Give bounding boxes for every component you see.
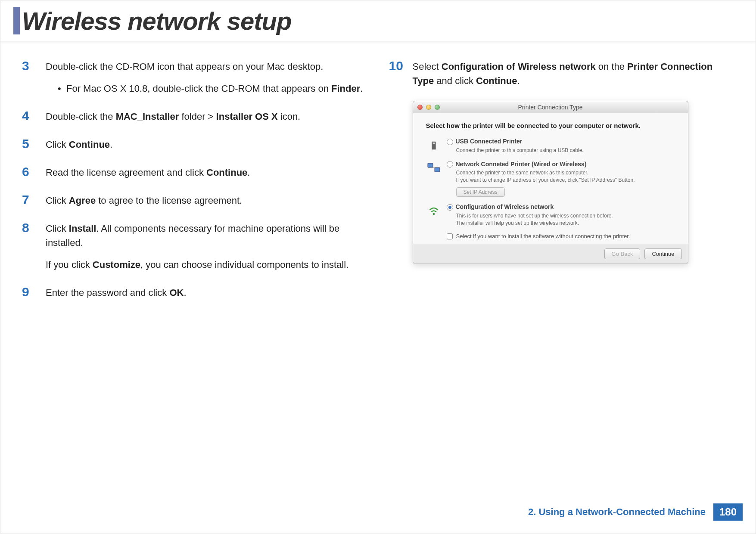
option-description: Connect the printer to this computer usi…: [456, 147, 675, 154]
step-4: 4Double-click the MAC_Installer folder >…: [22, 109, 367, 124]
svg-rect-1: [432, 143, 435, 144]
step-text: Double-click the MAC_Installer folder > …: [46, 109, 300, 124]
option-description: This is for users who have not set up th…: [456, 212, 675, 227]
network-icon: [426, 161, 442, 176]
right-column: 10Select Configuration of Wireless netwo…: [389, 59, 734, 313]
usb-icon: [426, 138, 442, 153]
svg-point-5: [432, 213, 435, 215]
content-columns: 3Double-click the CD-ROM icon that appea…: [0, 41, 756, 313]
option-label[interactable]: Configuration of Wireless network: [456, 203, 554, 210]
page-footer: 2. Using a Network-Connected Machine 180: [528, 503, 743, 521]
step-text: Read the license agreement and click Con…: [46, 165, 250, 180]
chapter-label: 2. Using a Network-Connected Machine: [528, 506, 706, 518]
step-body: Enter the password and click OK.: [46, 285, 187, 300]
step-10: 10Select Configuration of Wireless netwo…: [389, 59, 734, 88]
step-3: 3Double-click the CD-ROM icon that appea…: [22, 59, 367, 96]
dialog-heading: Select how the printer will be connected…: [426, 122, 675, 129]
page-title: Wireless network setup: [22, 6, 291, 35]
step-extra: If you click Customize, you can choose i…: [46, 258, 367, 272]
svg-rect-2: [428, 163, 433, 168]
step-body: Click Install. All components necessary …: [46, 220, 367, 272]
dialog-body: Select how the printer will be connected…: [413, 113, 688, 244]
option-label[interactable]: Network Conneted Printer (Wired or Wirel…: [456, 161, 587, 168]
step-text: Select Configuration of Wireless network…: [413, 59, 734, 88]
step-5: 5Click Continue.: [22, 137, 367, 152]
option-description: Connect the printer to the same network …: [456, 169, 675, 184]
bullet-text: For Mac OS X 10.8, double-click the CD-R…: [66, 81, 363, 96]
radio-button[interactable]: [447, 204, 453, 211]
page-number: 180: [713, 503, 743, 521]
wifi-icon: [426, 203, 442, 219]
option-label[interactable]: USB Connected Printer: [456, 138, 523, 145]
step-text: Click Install. All components necessary …: [46, 221, 367, 250]
step-number: 3: [22, 59, 46, 96]
step-number: 5: [22, 137, 46, 152]
step-8: 8Click Install. All components necessary…: [22, 220, 367, 272]
step-text: Double-click the CD-ROM icon that appear…: [46, 59, 363, 74]
step-body: Select Configuration of Wireless network…: [413, 59, 734, 88]
dialog-titlebar: Printer Connection Type: [413, 101, 688, 113]
connection-option: Configuration of Wireless networkThis is…: [426, 203, 675, 227]
step-number: 9: [22, 285, 46, 300]
checkbox-label[interactable]: Select if you want to install the softwa…: [456, 233, 630, 239]
step-body: Click Agree to agree to the license agre…: [46, 192, 242, 208]
step-body: Read the license agreement and click Con…: [46, 165, 250, 180]
option-content: USB Connected PrinterConnect the printer…: [447, 138, 675, 154]
dialog-title: Printer Connection Type: [413, 104, 688, 111]
step-7: 7Click Agree to agree to the license agr…: [22, 192, 367, 208]
step-body: Double-click the CD-ROM icon that appear…: [46, 59, 363, 96]
left-column: 3Double-click the CD-ROM icon that appea…: [22, 59, 367, 313]
continue-button[interactable]: Continue: [644, 248, 681, 259]
option-content: Configuration of Wireless networkThis is…: [447, 203, 675, 227]
radio-button[interactable]: [447, 161, 453, 168]
step-number: 4: [22, 109, 46, 124]
header-accent-bar: [13, 7, 20, 34]
connection-option: Network Conneted Printer (Wired or Wirel…: [426, 161, 675, 197]
dialog-footer: Go BackContinue: [413, 244, 688, 264]
checkbox[interactable]: [447, 233, 453, 239]
set-ip-button[interactable]: Set IP Address: [456, 187, 505, 197]
install-without-printer-checkbox-row: Select if you want to install the softwa…: [447, 233, 675, 239]
step-number: 7: [22, 192, 46, 208]
option-content: Network Conneted Printer (Wired or Wirel…: [447, 161, 675, 197]
bullet-dot: •: [58, 81, 66, 96]
step-number: 10: [389, 59, 413, 88]
go-back-button[interactable]: Go Back: [604, 248, 641, 259]
step-text: Click Agree to agree to the license agre…: [46, 193, 242, 208]
radio-button[interactable]: [447, 139, 453, 145]
sub-bullet: •For Mac OS X 10.8, double-click the CD-…: [46, 81, 363, 96]
step-body: Click Continue.: [46, 137, 112, 152]
svg-rect-3: [435, 168, 440, 172]
step-text: Enter the password and click OK.: [46, 286, 187, 300]
step-number: 6: [22, 165, 46, 180]
step-body: Double-click the MAC_Installer folder > …: [46, 109, 300, 124]
step-number: 8: [22, 220, 46, 272]
connection-option: USB Connected PrinterConnect the printer…: [426, 138, 675, 154]
step-6: 6Read the license agreement and click Co…: [22, 165, 367, 180]
printer-connection-dialog: Printer Connection TypeSelect how the pr…: [413, 101, 688, 264]
page-header: Wireless network setup: [0, 0, 756, 41]
step-text: Click Continue.: [46, 137, 112, 152]
step-9: 9Enter the password and click OK.: [22, 285, 367, 300]
